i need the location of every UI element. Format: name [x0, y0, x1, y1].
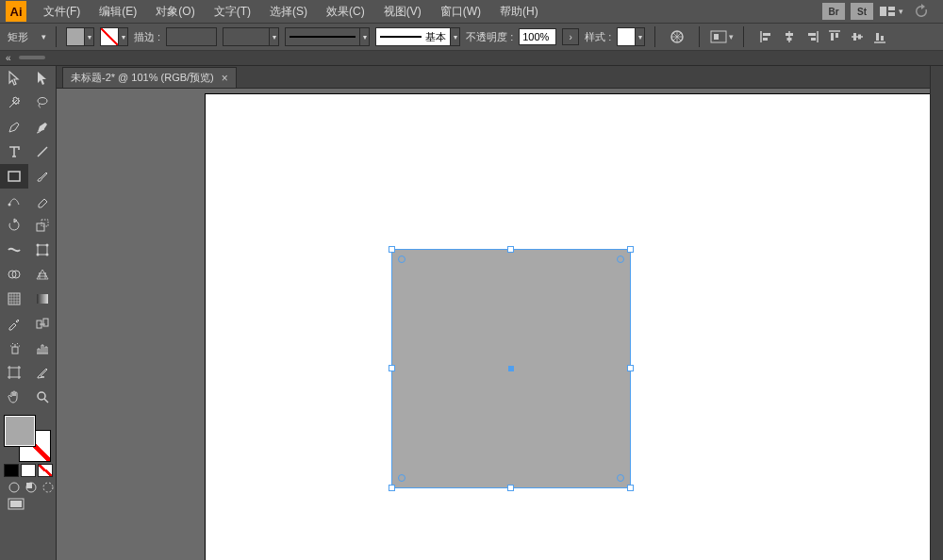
- menu-view[interactable]: 视图(V): [374, 4, 431, 20]
- fill-swatch[interactable]: [66, 27, 85, 46]
- draw-normal-button[interactable]: [8, 481, 21, 494]
- stroke-label: 描边 :: [134, 30, 160, 44]
- pen-tool[interactable]: [0, 115, 28, 140]
- selection-handle[interactable]: [389, 365, 395, 371]
- column-graph-tool[interactable]: [28, 336, 57, 360]
- menu-file[interactable]: 文件(F): [34, 4, 90, 20]
- eraser-tool[interactable]: [28, 189, 57, 213]
- align-vcenter-button[interactable]: [848, 27, 867, 46]
- align-to-button[interactable]: ▾: [709, 26, 734, 47]
- corner-widget[interactable]: [617, 255, 624, 263]
- artboard-tool[interactable]: [0, 360, 28, 385]
- right-dock[interactable]: [930, 66, 943, 560]
- zoom-tool[interactable]: [28, 385, 57, 409]
- align-right-button[interactable]: [802, 27, 821, 46]
- mesh-tool[interactable]: [0, 287, 28, 311]
- menu-select[interactable]: 选择(S): [260, 4, 317, 20]
- direct-selection-tool[interactable]: [28, 66, 57, 91]
- scale-tool[interactable]: [28, 213, 57, 238]
- selection-handle[interactable]: [507, 246, 514, 253]
- menu-type[interactable]: 文字(T): [205, 4, 260, 20]
- document-tab[interactable]: 未标题-2* @ 101% (RGB/预览) ×: [62, 67, 237, 88]
- opacity-arrow[interactable]: ›: [562, 28, 579, 45]
- screen-mode-button[interactable]: [8, 498, 25, 511]
- bridge-button[interactable]: Br: [822, 3, 845, 20]
- width-tool[interactable]: [0, 238, 28, 262]
- menu-effect[interactable]: 效果(C): [317, 4, 374, 20]
- chevron-down-icon[interactable]: ▾: [636, 27, 645, 46]
- blend-tool[interactable]: [28, 311, 57, 336]
- style-swatch[interactable]: [617, 27, 636, 46]
- stroke-color-control[interactable]: ▾: [100, 27, 128, 46]
- rotate-tool[interactable]: [0, 213, 28, 238]
- hand-tool[interactable]: [0, 385, 28, 409]
- shape-builder-tool[interactable]: [0, 262, 28, 287]
- chevron-down-icon[interactable]: ▾: [270, 27, 279, 46]
- color-mode-button[interactable]: [4, 464, 19, 477]
- gradient-tool[interactable]: [28, 287, 57, 311]
- paintbrush-tool[interactable]: [28, 164, 57, 189]
- opacity-input[interactable]: [519, 28, 556, 45]
- chevron-down-icon[interactable]: ▾: [360, 27, 370, 46]
- menu-edit[interactable]: 编辑(E): [90, 4, 146, 20]
- draw-inside-button[interactable]: [41, 481, 55, 494]
- magic-wand-tool[interactable]: [0, 91, 28, 115]
- selection-handle[interactable]: [389, 246, 395, 253]
- symbol-sprayer-tool[interactable]: [0, 336, 28, 360]
- corner-widget[interactable]: [398, 474, 405, 482]
- corner-widget[interactable]: [398, 255, 405, 263]
- curvature-tool[interactable]: [28, 115, 57, 140]
- stroke-swatch[interactable]: [100, 27, 119, 46]
- selection-handle[interactable]: [507, 485, 514, 491]
- close-icon[interactable]: ×: [222, 72, 228, 85]
- stroke-preset[interactable]: ▾: [223, 27, 279, 46]
- perspective-grid-tool[interactable]: [28, 262, 57, 287]
- type-tool[interactable]: [0, 140, 28, 164]
- menu-object[interactable]: 对象(O): [146, 4, 204, 20]
- svg-rect-26: [8, 172, 20, 181]
- align-bottom-button[interactable]: [870, 27, 889, 46]
- panel-collapse-strip[interactable]: «: [0, 51, 943, 66]
- svg-rect-28: [37, 223, 44, 231]
- stock-button[interactable]: St: [851, 3, 873, 20]
- fill-color-control[interactable]: ▾: [66, 27, 94, 46]
- chevron-down-icon[interactable]: ▾: [451, 27, 460, 46]
- fill-big-swatch[interactable]: [4, 415, 36, 447]
- fill-stroke-control[interactable]: [0, 409, 56, 511]
- free-transform-tool[interactable]: [28, 238, 57, 262]
- svg-rect-2: [888, 12, 895, 16]
- svg-rect-40: [43, 319, 48, 326]
- workspace-switcher[interactable]: ▾: [879, 1, 903, 22]
- lasso-tool[interactable]: [28, 91, 57, 115]
- selection-handle[interactable]: [627, 365, 634, 371]
- canvas[interactable]: [57, 89, 930, 560]
- line-tool[interactable]: [28, 140, 57, 164]
- selection-handle[interactable]: [389, 485, 395, 491]
- menu-help[interactable]: 帮助(H): [490, 4, 548, 20]
- selection-tool[interactable]: [0, 66, 28, 91]
- menu-window[interactable]: 窗口(W): [431, 4, 490, 20]
- shaper-tool[interactable]: [0, 189, 28, 213]
- selection-handle[interactable]: [627, 485, 634, 491]
- eyedropper-tool[interactable]: [0, 311, 28, 336]
- gradient-mode-button[interactable]: [21, 464, 36, 477]
- svg-rect-17: [835, 33, 838, 38]
- none-mode-button[interactable]: [38, 464, 53, 477]
- slice-tool[interactable]: [28, 360, 57, 385]
- chevron-down-icon[interactable]: ▾: [119, 27, 128, 46]
- rectangle-tool[interactable]: [0, 164, 28, 189]
- selected-rectangle[interactable]: [391, 249, 631, 488]
- corner-widget[interactable]: [617, 474, 624, 482]
- selection-handle[interactable]: [627, 246, 634, 253]
- graphic-style-control[interactable]: ▾: [617, 27, 645, 46]
- draw-behind-button[interactable]: [25, 481, 38, 494]
- brush-select[interactable]: 基本 ▾: [375, 27, 460, 46]
- align-top-button[interactable]: [825, 27, 844, 46]
- stroke-width-stepper[interactable]: [166, 27, 217, 46]
- chevron-down-icon[interactable]: ▾: [85, 27, 94, 46]
- recolor-button[interactable]: [665, 26, 689, 47]
- align-hcenter-button[interactable]: [780, 27, 799, 46]
- align-left-button[interactable]: [757, 27, 776, 46]
- sync-icon[interactable]: [909, 1, 934, 22]
- profile-select[interactable]: ▾: [285, 27, 370, 46]
